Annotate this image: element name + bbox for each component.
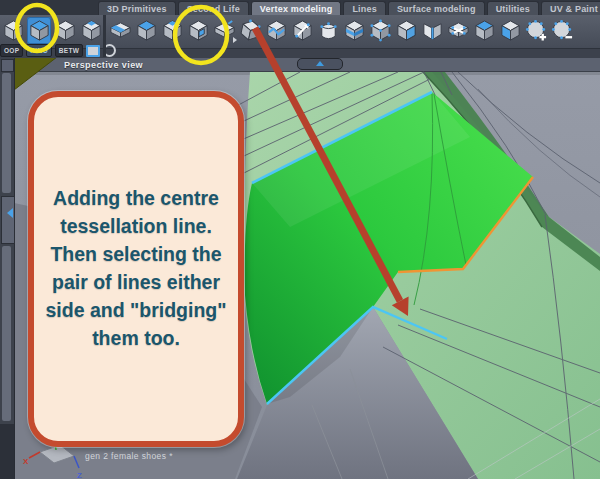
vm-tool-1-slab-icon[interactable] <box>108 17 132 44</box>
tab-uv-paint[interactable]: UV & Paint <box>541 1 600 15</box>
vm-tool-6-cube-tilt-icon[interactable] <box>238 17 262 44</box>
submenu-arrow-icon <box>233 37 237 43</box>
panel-bottom-block <box>0 424 14 479</box>
viewport-title: Perspective view <box>64 60 143 70</box>
tab-second-life[interactable]: Second Life <box>178 1 249 15</box>
tab-utilities[interactable]: Utilities <box>487 1 539 15</box>
vm-tool-17-sphere-plus-icon[interactable] <box>524 17 548 44</box>
selection-tools-group <box>1 17 103 44</box>
select-cube-2-icon[interactable] <box>27 17 51 44</box>
scroll-track[interactable] <box>2 73 11 193</box>
slider-marker-icon <box>316 61 324 66</box>
vm-tool-14-cross-arrows-icon[interactable] <box>446 17 470 44</box>
vm-tool-12-cube-wedge-icon[interactable] <box>394 17 418 44</box>
left-panel-scrollbar[interactable] <box>0 57 15 479</box>
vm-tool-2-cube-blue-icon[interactable] <box>134 17 158 44</box>
vm-tool-9-pouch-icon[interactable] <box>316 17 340 44</box>
vm-tool-11-cube-dots-icon[interactable] <box>368 17 392 44</box>
tab-3d-primitives[interactable]: 3D Primitives <box>98 1 176 15</box>
vm-tool-3-cube-corner-icon[interactable] <box>160 17 184 44</box>
scene-filename: gen 2 female shoes * <box>85 451 173 461</box>
mode-button-ring[interactable]: RING <box>26 44 51 57</box>
tab-vertex-modeling[interactable]: Vertex modeling <box>251 1 342 15</box>
scroll-handle[interactable] <box>1 196 15 244</box>
vm-tool-10-cube-band-icon[interactable] <box>342 17 366 44</box>
gizmo-plane <box>40 445 74 463</box>
vm-tool-8-cube-arrow-icon[interactable] <box>290 17 314 44</box>
vm-tool-16-cube-open-icon[interactable] <box>498 17 522 44</box>
vm-tool-7-cube-zigzag-icon[interactable] <box>264 17 288 44</box>
vm-tool-18-sphere-minus-icon[interactable] <box>550 17 574 44</box>
mode-button-oop[interactable]: OOP <box>0 44 23 57</box>
vm-tool-15-cube-blue-icon[interactable] <box>472 17 496 44</box>
annotation-callout: Adding the centre tessellation line. The… <box>28 91 244 447</box>
axis-x-label: X <box>23 457 29 466</box>
scroll-up-button[interactable] <box>1 59 14 72</box>
vertex-tools-group <box>108 17 574 44</box>
toolbar: 3D PrimitivesSecond LifeVertex modelingL… <box>0 0 600 57</box>
ribbon-tabs: 3D PrimitivesSecond LifeVertex modelingL… <box>0 0 600 15</box>
vm-tool-5-slab-arrow-icon[interactable] <box>212 17 236 44</box>
panel-collapse-arrow-icon[interactable] <box>7 208 13 218</box>
dolly-slider[interactable] <box>297 58 343 70</box>
tab-surface-modeling[interactable]: Surface modeling <box>388 1 485 15</box>
square-toggle-icon[interactable] <box>86 45 100 57</box>
submenu-arrow-icon <box>259 37 263 43</box>
callout-text: Adding the centre tessellation line. The… <box>44 107 228 431</box>
select-cube-1-icon[interactable] <box>1 17 25 44</box>
axis-z-label: Z <box>77 471 82 479</box>
mode-button-betw[interactable]: BETW <box>55 44 83 57</box>
select-cube-3-icon[interactable] <box>53 17 77 44</box>
vm-tool-4-cube-hole-icon[interactable] <box>186 17 210 44</box>
selection-mode-buttons: OOPRINGBETW <box>0 44 116 57</box>
tab-lines[interactable]: Lines <box>343 1 386 15</box>
select-cube-4-icon[interactable] <box>79 17 103 44</box>
vm-tool-13-cube-fold-icon[interactable] <box>420 17 444 44</box>
